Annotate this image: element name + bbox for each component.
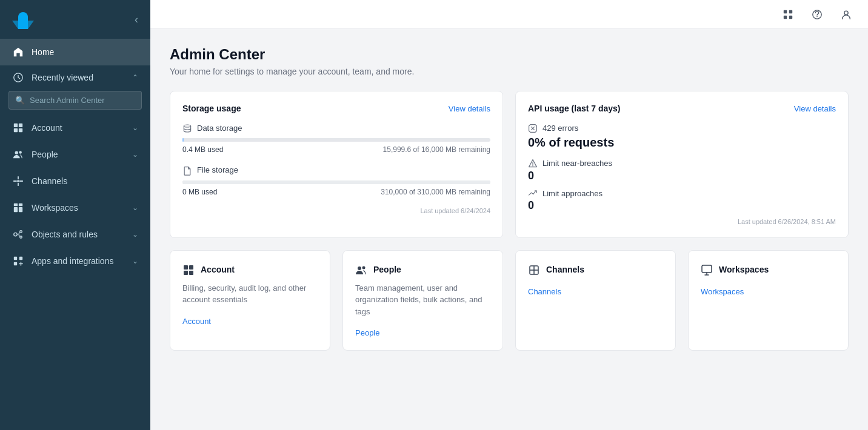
- svg-point-29: [358, 266, 361, 270]
- svg-point-5: [15, 151, 18, 154]
- sidebar-item-channels[interactable]: Channels ⌄: [0, 168, 150, 194]
- sidebar-item-home[interactable]: Home: [0, 39, 150, 65]
- svg-rect-9: [19, 203, 22, 207]
- sidebar: ‹ Home Recently viewed ⌃ 🔍: [0, 0, 150, 430]
- storage-last-updated: Last updated 6/24/2024: [182, 207, 490, 214]
- svg-rect-20: [784, 15, 787, 18]
- page-content: Admin Center Your home for settings to m…: [150, 29, 868, 430]
- sidebar-item-people-label: People: [32, 150, 125, 159]
- stats-cards-row: Storage usage View details Data storage: [170, 91, 849, 238]
- search-box[interactable]: 🔍: [8, 91, 142, 110]
- file-storage-progress-bg: [182, 180, 490, 184]
- api-errors-section: 429 errors 0% of requests: [528, 123, 836, 150]
- sidebar-item-account[interactable]: Account ⌄: [0, 114, 150, 141]
- api-near-breaches-label: Limit near-breaches: [542, 159, 612, 168]
- data-storage-used: 0.4 MB used: [182, 145, 223, 154]
- feature-card-workspaces-title: Workspaces: [719, 265, 769, 274]
- svg-rect-1: [14, 124, 18, 127]
- svg-point-12: [14, 233, 17, 236]
- data-storage-progress-fill: [182, 138, 184, 142]
- feature-card-account-link[interactable]: Account: [182, 317, 211, 326]
- svg-rect-25: [184, 265, 188, 270]
- api-approaches-header: Limit approaches: [528, 188, 836, 199]
- warning-icon: [528, 158, 538, 168]
- feature-card-people: People Team management, user and organiz…: [342, 250, 503, 351]
- file-storage-icon: [182, 165, 192, 175]
- people-chevron: ⌄: [132, 150, 138, 159]
- data-storage-remaining: 15,999.6 of 16,000 MB remaining: [383, 145, 490, 154]
- api-errors-icon: [528, 123, 538, 133]
- search-input[interactable]: [30, 96, 135, 105]
- api-near-breaches-value: 0: [528, 170, 836, 182]
- feature-card-workspaces-link[interactable]: Workspaces: [701, 287, 744, 296]
- feature-card-workspaces: Workspaces Workspaces: [688, 250, 849, 351]
- feature-card-people-header: People: [355, 263, 490, 276]
- storage-card-header: Storage usage View details: [182, 104, 490, 113]
- channels-icon: [12, 175, 24, 187]
- feature-card-account-header: Account: [182, 263, 318, 276]
- zendesk-logo: [12, 10, 34, 29]
- api-card-title: API usage (last 7 days): [528, 104, 621, 113]
- svg-rect-3: [14, 128, 18, 132]
- svg-rect-2: [19, 124, 22, 127]
- svg-rect-27: [184, 271, 188, 275]
- objects-rules-chevron: ⌄: [132, 230, 138, 239]
- svg-rect-32: [702, 265, 712, 273]
- storage-card-title: Storage usage: [182, 104, 241, 113]
- sidebar-item-channels-label: Channels: [32, 176, 125, 186]
- api-view-details-link[interactable]: View details: [794, 104, 836, 113]
- svg-rect-21: [789, 15, 792, 18]
- feature-card-people-title: People: [373, 265, 401, 274]
- feature-cards-row: Account Billing, security, audit log, an…: [170, 250, 849, 351]
- data-storage-label: Data storage: [197, 124, 242, 133]
- file-storage-progress-fill: [182, 180, 490, 184]
- data-storage-item: Data storage 0.4 MB used 15,999.6 of 16,…: [182, 123, 490, 154]
- storage-view-details-link[interactable]: View details: [449, 104, 490, 113]
- sidebar-logo-area: ‹: [0, 0, 150, 39]
- feature-card-account-desc: Billing, security, audit log, and other …: [182, 282, 318, 306]
- grid-icon-button[interactable]: [778, 5, 798, 24]
- collapse-sidebar-button[interactable]: ‹: [135, 13, 138, 26]
- svg-point-30: [362, 266, 366, 269]
- workspaces-chevron: ⌄: [132, 203, 138, 212]
- search-icon: 🔍: [15, 96, 25, 105]
- objects-rules-icon: [12, 228, 24, 240]
- api-approaches-label: Limit approaches: [542, 189, 603, 198]
- sidebar-item-objects-and-rules[interactable]: Objects and rules ⌄: [0, 221, 150, 248]
- file-storage-item: File storage 0 MB used 310,000 of 310,00…: [182, 165, 490, 196]
- svg-rect-11: [19, 207, 22, 212]
- api-errors-label: 429 errors: [542, 124, 578, 133]
- sidebar-item-account-label: Account: [32, 123, 125, 133]
- api-card-header: API usage (last 7 days) View details: [528, 104, 836, 113]
- svg-point-13: [20, 231, 22, 233]
- file-storage-remaining: 310,000 of 310,000 MB remaining: [381, 188, 490, 196]
- apps-integrations-icon: [12, 255, 24, 267]
- feature-card-channels: Channels Channels: [515, 250, 676, 351]
- svg-rect-4: [19, 128, 22, 132]
- recently-viewed-label: Recently viewed: [32, 73, 93, 82]
- api-approaches: Limit approaches 0: [528, 188, 836, 213]
- account-chevron: ⌄: [132, 124, 138, 132]
- user-profile-button[interactable]: [836, 5, 856, 24]
- sidebar-item-workspaces[interactable]: Workspaces ⌄: [0, 194, 150, 221]
- channels-card-icon: [528, 263, 540, 276]
- home-icon: [12, 46, 24, 58]
- svg-rect-10: [14, 207, 18, 212]
- feature-card-people-link[interactable]: People: [355, 328, 379, 337]
- feature-card-channels-link[interactable]: Channels: [528, 287, 561, 296]
- api-errors-row: 429 errors: [528, 123, 836, 133]
- recently-viewed-section[interactable]: Recently viewed ⌃: [0, 65, 150, 86]
- api-approaches-value: 0: [528, 199, 836, 212]
- workspaces-card-icon: [701, 263, 713, 276]
- feature-card-account-title: Account: [201, 265, 235, 274]
- people-icon: [12, 148, 24, 160]
- sidebar-item-people[interactable]: People ⌄: [0, 141, 150, 168]
- trending-icon: [528, 188, 538, 199]
- svg-point-7: [17, 180, 19, 182]
- svg-rect-15: [14, 257, 17, 260]
- feature-card-people-desc: Team management, user and organization f…: [355, 282, 490, 318]
- api-requests-stat: 0% of requests: [528, 136, 836, 150]
- sidebar-item-apps-integrations[interactable]: Apps and integrations ⌄: [0, 248, 150, 274]
- help-icon-button[interactable]: [807, 5, 827, 24]
- page-title: Admin Center: [170, 46, 849, 63]
